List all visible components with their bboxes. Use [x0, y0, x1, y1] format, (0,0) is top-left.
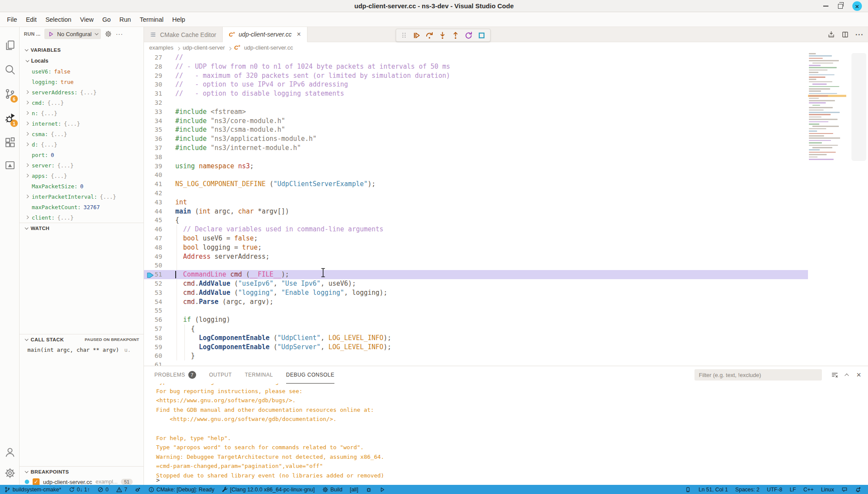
line-number[interactable]: 31: [144, 89, 162, 98]
variable-row[interactable]: internet:{...}: [20, 118, 144, 129]
code-line[interactable]: 36#include "ns3/applications-module.h": [144, 134, 808, 144]
explorer-icon[interactable]: [0, 37, 20, 54]
debug-config-dropdown[interactable]: No Configural: [44, 29, 101, 39]
line-number[interactable]: 27: [144, 53, 162, 62]
code-line[interactable]: 33#include <fstream>: [144, 107, 808, 117]
restart-icon[interactable]: [464, 31, 473, 40]
line-number[interactable]: 40: [144, 170, 162, 180]
call-stack-section-header[interactable]: CALL STACK PAUSED ON BREAKPOINT: [20, 334, 144, 344]
code-line[interactable]: 53 cmd.AddValue ("logging", "Enable logg…: [144, 288, 808, 297]
menu-selection[interactable]: Selection: [41, 16, 76, 23]
code-line[interactable]: 42: [144, 189, 808, 198]
more-actions-icon[interactable]: ···: [116, 30, 123, 37]
variable-row[interactable]: cmd:{...}: [20, 97, 144, 108]
line-number[interactable]: 46: [144, 225, 162, 234]
code-line[interactable]: 32: [144, 98, 808, 107]
breakpoint-checkbox[interactable]: ✓: [33, 478, 40, 485]
status-item-c[interactable]: C++: [803, 487, 814, 493]
code-line[interactable]: 61: [144, 360, 808, 366]
line-number[interactable]: 32: [144, 98, 162, 107]
line-number[interactable]: 29: [144, 71, 162, 80]
variables-section-header[interactable]: VARIABLES: [20, 45, 144, 55]
variable-row[interactable]: csma:{...}: [20, 129, 144, 139]
menu-go[interactable]: Go: [98, 16, 115, 23]
status-item-bell-dot[interactable]: [855, 487, 861, 493]
line-number[interactable]: 34: [144, 117, 162, 126]
status-item-play[interactable]: [379, 487, 385, 493]
status-item-0[interactable]: 0: [97, 487, 109, 493]
stop-icon[interactable]: [477, 31, 486, 40]
start-debug-icon[interactable]: [48, 31, 54, 37]
menu-view[interactable]: View: [76, 16, 98, 23]
line-number[interactable]: 50: [144, 261, 162, 270]
panel-tab-output[interactable]: OUTPUT: [209, 366, 232, 384]
line-number[interactable]: 37: [144, 144, 162, 153]
code-line[interactable]: 58 LogComponentEnable ("UdpClient", LOG_…: [144, 334, 808, 343]
line-number[interactable]: 45: [144, 216, 162, 225]
line-number[interactable]: 39: [144, 162, 162, 171]
close-icon[interactable]: ×: [852, 1, 862, 11]
console-prompt[interactable]: >: [156, 477, 160, 484]
line-number[interactable]: 57: [144, 324, 162, 334]
split-editor-icon[interactable]: [841, 31, 849, 38]
panel-tab-terminal[interactable]: TERMINAL: [245, 366, 273, 384]
status-item-0-1[interactable]: 0↓ 1↑: [69, 487, 90, 493]
line-number[interactable]: 35: [144, 125, 162, 134]
status-item-buildsystem-cmake[interactable]: buildsystem-cmake*: [4, 487, 61, 493]
line-number[interactable]: 43: [144, 198, 162, 207]
variable-row[interactable]: maxPacketCount:32767: [20, 202, 144, 212]
variable-row[interactable]: useV6:false: [20, 66, 144, 77]
code-line[interactable]: 41NS_LOG_COMPONENT_DEFINE ("UdpClientSer…: [144, 180, 808, 189]
clear-console-icon[interactable]: [831, 371, 838, 379]
code-line[interactable]: 35#include "ns3/csma-module.h": [144, 125, 808, 134]
step-out-icon[interactable]: [451, 31, 460, 40]
tab-udp-client-server[interactable]: C+ udp-client-server.cc ×: [223, 27, 307, 42]
status-item-utf-8[interactable]: UTF-8: [767, 487, 782, 493]
status-item-linux[interactable]: Linux: [821, 487, 834, 493]
code-line[interactable]: 46 // Declare variables used in command-…: [144, 225, 808, 234]
code-line[interactable]: 40: [144, 170, 808, 180]
variable-row[interactable]: client:{...}: [20, 212, 144, 223]
breadcrumb-item[interactable]: udp-client-server: [183, 44, 225, 51]
status-item-ln-51-col-1[interactable]: Ln 51, Col 1: [698, 487, 728, 493]
status-item-build[interactable]: Build: [322, 487, 343, 493]
code-line[interactable]: 34#include "ns3/core-module.h": [144, 117, 808, 126]
code-line[interactable]: 59 LogComponentEnable ("UdpServer", LOG_…: [144, 343, 808, 352]
settings-gear-icon[interactable]: [0, 464, 20, 482]
variable-row[interactable]: MaxPacketSize:0: [20, 181, 144, 191]
variable-row[interactable]: d:{...}: [20, 139, 144, 150]
code-editor[interactable]: 27//28// - UDP flow from n0 to n1 of 102…: [144, 53, 808, 366]
run-debug-icon[interactable]: 1: [0, 110, 20, 127]
line-number[interactable]: 36: [144, 134, 162, 144]
variable-row[interactable]: logging:true: [20, 77, 144, 87]
line-number[interactable]: 59: [144, 343, 162, 352]
line-number[interactable]: 47: [144, 234, 162, 243]
breadcrumb-item[interactable]: examples: [149, 44, 174, 51]
line-number[interactable]: 49: [144, 252, 162, 261]
status-item-spaces-2[interactable]: Spaces: 2: [735, 487, 760, 493]
breadcrumb-item[interactable]: udp-client-server.cc: [244, 44, 293, 51]
tab-cmake-cache-editor[interactable]: CMake Cache Editor: [144, 27, 223, 42]
extensions-icon[interactable]: [0, 134, 20, 151]
more-actions-icon[interactable]: ···: [855, 31, 864, 39]
line-number[interactable]: 44: [144, 207, 162, 216]
watch-section-header[interactable]: WATCH: [20, 223, 144, 233]
status-item-device[interactable]: [685, 487, 691, 493]
code-line[interactable]: 44main (int argc, char *argv[]): [144, 207, 808, 216]
line-number[interactable]: 61: [144, 360, 162, 366]
source-control-icon[interactable]: 6: [0, 85, 20, 103]
line-number[interactable]: 42: [144, 189, 162, 198]
menu-terminal[interactable]: Terminal: [135, 16, 168, 23]
line-number[interactable]: 55: [144, 306, 162, 315]
status-item-feedback[interactable]: [841, 487, 848, 493]
code-line[interactable]: 45{: [144, 216, 808, 225]
code-line[interactable]: 57 {: [144, 324, 808, 334]
code-line[interactable]: 29// - maximum of 320 packets sent (or l…: [144, 71, 808, 80]
line-number[interactable]: 54: [144, 297, 162, 307]
variable-row[interactable]: apps:{...}: [20, 170, 144, 181]
variable-row[interactable]: port:0: [20, 150, 144, 160]
minimap[interactable]: [808, 53, 846, 170]
code-line[interactable]: 28// - UDP flow from n0 to n1 of 1024 by…: [144, 62, 808, 71]
line-number[interactable]: 58: [144, 334, 162, 343]
status-item-lf[interactable]: LF: [790, 487, 796, 493]
